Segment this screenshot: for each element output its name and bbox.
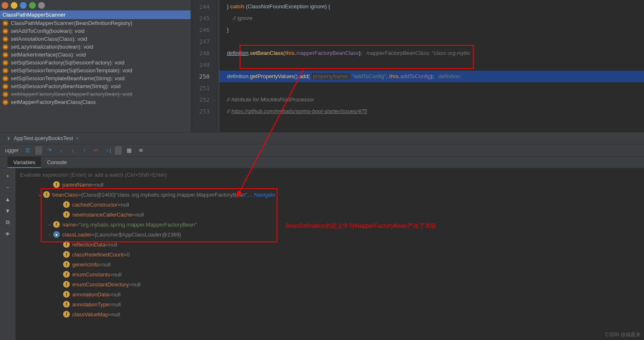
code-line[interactable] [219,36,644,47]
line-number: 252 [191,94,219,106]
orb-icon [2,2,8,9]
remove-watch-icon[interactable]: − [4,183,12,192]
variable-row[interactable]: fenumConstants = null [16,269,644,279]
evaluate-input[interactable]: Evaluate expression (Enter) or add a wat… [16,170,644,180]
orb-icon [29,2,36,9]
run-config-tab[interactable]: ⏵ AppTest.queryBooksTest × [3,133,82,143]
debug-toolbar: ugger ☰ ↷ ↓ ↓ ↑ ⤺ →| ▦ ≋ [0,144,644,157]
code-line[interactable]: } catch (ClassNotFoundException ignore) … [219,1,644,12]
variable-row[interactable]: freflectionData = null [16,239,644,249]
run-to-cursor-icon[interactable]: →| [103,146,112,155]
annotation-text: BeanDefination的定义中与MapperFactoryBean产生了关… [286,222,436,230]
debug-panel: ⏵ AppTest.queryBooksTest × ugger ☰ ↷ ↓ ↓… [0,132,644,340]
variable-row[interactable]: fcachedConstructor = null [16,200,644,209]
structure-item[interactable]: msetSqlSessionTemplateBeanName(String): … [0,74,191,82]
code-line[interactable]: definition.getPropertyValues().add( prop… [219,71,644,82]
drop-frame-icon[interactable]: ⤺ [92,146,100,155]
field-badge-icon: f [63,251,70,258]
evaluate-icon[interactable]: ▦ [125,146,133,155]
structure-item[interactable]: msetSqlSessionFactory(SqlSessionFactory)… [0,59,191,67]
field-badge-icon: f [63,261,70,268]
code-line[interactable] [219,59,644,71]
structure-item[interactable]: msetSqlSessionFactoryBeanName(String): v… [0,82,191,90]
run-icon: ⏵ [7,135,12,141]
structure-item[interactable]: msetAddToConfig(boolean): void [0,27,191,35]
code-editor[interactable]: 244245246247248249250251252253 } catch (… [191,0,644,132]
tab-console[interactable]: Console [41,157,73,168]
variables-gutter: + − ▲ ▼ ⧉ 👁 [0,168,16,340]
method-icon: m [2,76,8,81]
line-number: 250 [191,71,219,82]
variable-row[interactable]: fannotationData = null [16,289,644,299]
structure-item[interactable]: msetSqlSessionTemplate(SqlSessionTemplat… [0,67,191,74]
up-icon[interactable]: ▲ [4,195,12,203]
chevron-icon[interactable]: › [46,222,53,227]
structure-title[interactable]: ClassPathMapperScanner [0,10,191,19]
step-into-icon[interactable]: ↓ [57,146,65,155]
field-badge-icon: f [53,181,60,188]
variables-tree[interactable]: Evaluate expression (Enter) or add a wat… [16,168,644,340]
debugger-label: ugger [2,147,22,153]
trace-icon[interactable]: ≋ [137,146,145,155]
code-area[interactable]: } catch (ClassNotFoundException ignore) … [219,0,644,132]
structure-item[interactable]: msetMapperFactoryBean(MapperFactoryBean)… [0,90,191,98]
variable-row[interactable]: fclassValueMap = null [16,309,644,319]
field-badge-icon: f [63,201,70,208]
field-badge-icon: f [63,271,70,278]
orb-icon [20,2,27,9]
navigate-link[interactable]: … Navigate [247,192,275,198]
frames-icon[interactable]: ☰ [24,146,32,155]
run-tab-bar: ⏵ AppTest.queryBooksTest × [0,133,644,144]
structure-item[interactable]: msetLazyInitialization(boolean): void [0,43,191,51]
code-line[interactable]: definition.setBeanClass(this.mapperFacto… [219,47,644,59]
variable-row[interactable]: fnewInstanceCallerCache = null [16,209,644,219]
variable-row[interactable]: fenumConstantDirectory = null [16,279,644,289]
structure-panel: ClassPathMapperScanner mClassPathMapperS… [0,0,191,132]
structure-item[interactable]: msetMapperFactoryBeanClass(Class [0,98,191,106]
chevron-icon[interactable]: ⌄ [36,192,43,197]
method-icon: m [2,52,8,58]
eye-icon[interactable]: 👁 [4,230,12,238]
field-badge-icon: f [63,211,70,218]
structure-item[interactable]: msetMarkerInterface(Class): void [0,51,191,59]
variable-row[interactable]: ⌄fbeanClass = {Class@2400} "class org.my… [16,190,644,200]
structure-item[interactable]: msetAnnotationClass(Class): void [0,35,191,43]
chevron-icon[interactable]: › [46,232,53,237]
method-icon: m [2,60,8,66]
force-step-into-icon[interactable]: ↓ [69,146,77,155]
variable-row[interactable]: fgenericInfo = null [16,259,644,269]
step-out-icon[interactable]: ↑ [80,146,88,155]
code-line[interactable]: } [219,24,644,36]
structure-item[interactable]: mClassPathMapperScanner(BeanDefinitionRe… [0,19,191,27]
variable-row[interactable]: fclassRedefinedCount = 0 [16,249,644,259]
close-icon[interactable]: × [76,135,79,141]
line-number: 245 [191,12,219,24]
method-icon: m [2,28,8,34]
variable-row[interactable]: ›●classLoader = {Launcher$AppClassLoader… [16,229,644,239]
line-number: 251 [191,82,219,94]
code-line[interactable]: // https://github.com/mybatis/spring-boo… [219,106,644,117]
method-icon: m [2,44,8,50]
copy-icon[interactable]: ⧉ [4,218,12,227]
structure-toolbar [0,0,191,10]
line-number: 253 [191,106,219,117]
orb-icon [38,2,45,9]
line-number: 248 [191,47,219,59]
add-watch-icon[interactable]: + [4,172,12,180]
line-number: 249 [191,59,219,71]
code-line[interactable]: // ignore [219,12,644,24]
method-icon: m [2,68,8,74]
line-number: 244 [191,1,219,12]
panel-tabs: Variables Console [0,157,644,168]
variable-row[interactable]: fannotationType = null [16,299,644,309]
step-over-icon[interactable]: ↷ [45,146,54,155]
field-badge-icon: f [53,221,60,228]
tab-variables[interactable]: Variables [7,157,41,168]
code-line[interactable] [219,82,644,94]
field-badge-icon: ● [53,231,60,238]
method-icon: m [2,84,8,89]
down-icon[interactable]: ▼ [4,207,12,215]
orb-icon [11,2,17,9]
code-line[interactable]: // Attribute for MockitoPostProcessor [219,94,644,106]
variable-row[interactable]: fparentName = null [16,180,644,190]
